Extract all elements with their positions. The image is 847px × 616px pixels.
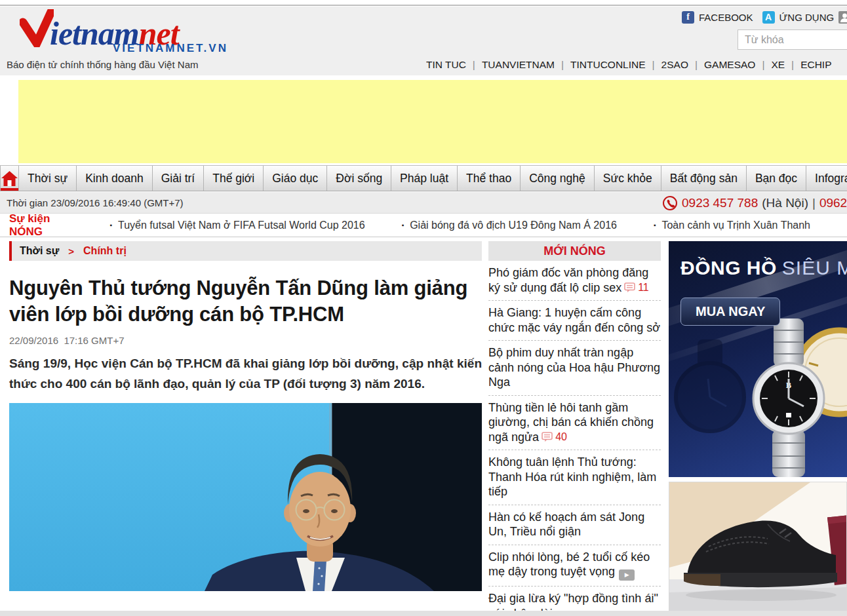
user-icon[interactable] [838,11,847,24]
site-tagline: Báo điện tử chính thống hàng đầu Việt Na… [7,59,198,70]
breadcrumb-section[interactable]: Thời sự [20,245,59,257]
topbar: f FACEBOOK A ỨNG DỤNG T [682,9,847,25]
hotline-number-2[interactable]: 0962 [819,196,847,210]
shoe-image [669,482,847,611]
phone-icon [662,195,678,211]
hot-news-item[interactable]: Không tuân lệnh Thủ tướng: Thanh Hóa rút… [488,450,661,505]
nav-item-ban-doc[interactable]: Bạn đọc [747,166,806,191]
hot-event-link[interactable]: ▪ Toàn cảnh vụ Trịnh Xuân Thanh [654,220,810,231]
hot-events-strip: Sự kiện NÓNG ▪ Tuyển futsal Việt Nam ở F… [0,214,847,237]
app-icon[interactable]: A [762,11,775,24]
hotline-area-1: (Hà Nội) [762,196,808,210]
nav-item-infographic[interactable]: Infographic [806,166,847,191]
nav-item-phap-luat[interactable]: Pháp luật [391,166,458,191]
nav-item-giai-tri[interactable]: Giải trí [153,166,205,191]
nav-item-giao-duc[interactable]: Giáo dục [264,166,327,191]
nav-item-kinh-doanh[interactable]: Kinh doanh [77,166,153,191]
home-icon [1,170,18,187]
bullet-icon: ▪ [402,221,404,229]
bottom-strip [0,611,847,616]
site-header: ietnam net VIETNAMNET.VN Báo điện tử chí… [0,7,847,75]
hotline-separator: | [812,196,816,210]
chevron-right-icon: > [68,246,74,257]
ad-column: B ĐỒNG HỒSIÊU M MUA NGAY [669,241,847,611]
shoe-ad[interactable] [669,482,847,611]
hot-news-title: MỚI NÓNG [543,244,605,258]
watch-ad-title-light: SIÊU M [782,257,847,279]
play-icon: ▶ [619,569,635,581]
logo-domain: VIETNAMNET.VN [113,42,228,55]
hot-news-item[interactable]: Hàn có kế hoạch ám sát Jong Un, Triều nổ… [488,505,661,545]
nav-item-cong-nghe[interactable]: Công nghệ [521,166,595,191]
watch-ad-title-bold: ĐỒNG HỒ [680,257,777,279]
site-link-xe[interactable]: XE [771,59,800,71]
main-nav: Thời sự Kinh doanh Giải trí Thế giới Giá… [0,165,847,191]
nav-item-the-thao[interactable]: Thể thao [458,166,521,191]
app-link[interactable]: ỨNG DỤNG [779,12,835,23]
top-divider [0,5,847,6]
nav-item-thoi-su[interactable]: Thời sự [19,166,77,191]
breadcrumb: Thời sự > Chính trị [9,241,482,261]
top-banner-ad[interactable] [18,80,847,163]
hot-events-label: Sự kiện NÓNG [9,212,78,239]
hot-news-item[interactable]: Clip nhói lòng, bé 2 tuổi cố kéo mẹ dậy … [488,545,661,587]
hot-news-sidebar: MỚI NÓNG Phó giám đốc văn phòng đăng ký … [488,241,661,616]
article-column: Thời sự > Chính trị Nguyên Thủ tướng Ngu… [9,241,482,591]
nav-item-the-gioi[interactable]: Thế giới [204,166,264,191]
logo-check-icon [20,9,54,50]
site-link-2sao[interactable]: 2SAO [661,59,704,71]
hotline: 0923 457 788 (Hà Nội) | 0962 [662,192,847,214]
nav-home[interactable] [1,166,19,191]
hot-event-link[interactable]: ▪ Tuyển futsal Việt Nam ở FIFA Futsal Wo… [109,220,364,231]
facebook-icon[interactable]: f [682,11,694,24]
current-time: Thời gian 23/09/2016 16:49:40 (GMT+7) [7,192,184,214]
bullet-icon: ▪ [654,221,656,229]
hotline-number-1[interactable]: 0923 457 788 [682,196,758,210]
hot-news-item[interactable]: Bộ phim duy nhất tràn ngập cảnh nóng của… [488,341,661,396]
comment-count: 40 [555,431,567,444]
article-lead: Sáng 19/9, Học viện Cán bộ TP.HCM đã kha… [9,354,482,394]
site-link-tintuconline[interactable]: TINTUCONLINE [570,59,661,71]
comment-icon [542,432,553,442]
page: ietnam net VIETNAMNET.VN Báo điện tử chí… [0,0,847,616]
site-link-tintuc[interactable]: TIN TUC [426,59,482,71]
watch-ad[interactable]: B ĐỒNG HỒSIÊU M MUA NGAY [669,241,847,477]
hot-news-item[interactable]: Hà Giang: 1 huyện cấm công chức mặc váy … [488,301,661,341]
bullet-icon: ▪ [109,221,112,229]
watch-ad-title: ĐỒNG HỒSIÊU M [680,257,847,279]
facebook-link[interactable]: FACEBOOK [699,12,753,23]
comment-icon [624,282,636,293]
status-row: Thời gian 23/09/2016 16:49:40 (GMT+7) 09… [0,192,847,214]
site-link-echip[interactable]: ECHIP [800,59,831,71]
article-photo [9,403,482,591]
site-link-gamesao[interactable]: GAMESAO [704,59,771,71]
hot-news-header: MỚI NÓNG [488,241,661,261]
article-title: Nguyên Thủ tướng Nguyễn Tấn Dũng làm giả… [9,275,482,327]
nav-item-bat-dong-san[interactable]: Bất động sản [661,166,747,191]
hot-news-item[interactable]: Thùng tiền lẻ hôi tanh gầm giường, chị b… [488,396,661,451]
comment-count: 11 [638,281,649,294]
site-link-tuanvietnam[interactable]: TUANVIETNAM [482,59,570,71]
nav-item-suc-khoe[interactable]: Sức khỏe [595,166,661,191]
hot-event-link[interactable]: ▪ Giải bóng đá vô địch U19 Đông Nam Á 20… [402,220,617,231]
nav-item-doi-song[interactable]: Đời sống [327,166,391,191]
hot-news-item[interactable]: Phó giám đốc văn phòng đăng ký sử dụng đ… [488,261,661,301]
breadcrumb-subsection[interactable]: Chính trị [83,245,127,257]
article-datetime: 22/09/2016 17:16 GMT+7 [9,335,482,346]
site-links: TIN TUC TUANVIETNAM TINTUCONLINE 2SAO GA… [426,59,847,71]
buy-now-button[interactable]: MUA NGAY [680,298,780,326]
search-input[interactable] [738,29,847,50]
